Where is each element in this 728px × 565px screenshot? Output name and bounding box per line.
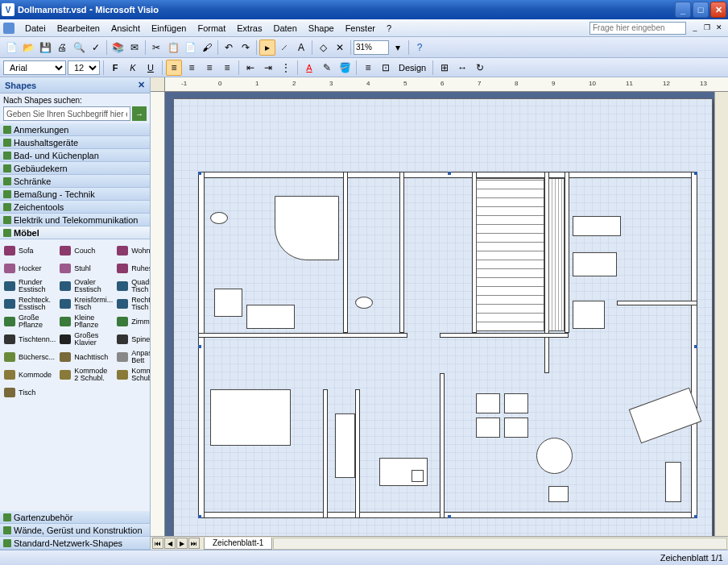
shapes-button[interactable]: ◇ <box>315 39 331 56</box>
round-table[interactable] <box>536 438 573 474</box>
copy-button[interactable]: 📋 <box>165 39 181 56</box>
shape-item[interactable]: Runder Esstisch <box>2 278 56 294</box>
stencil-zeichentools[interactable]: Zeichentools <box>0 201 150 214</box>
vertical-ruler[interactable] <box>151 92 165 536</box>
stencil-moebel[interactable]: Möbel <box>0 226 150 239</box>
fill-color-button[interactable]: 🪣 <box>337 60 353 76</box>
menu-shape[interactable]: Shape <box>303 22 340 35</box>
align-left-button[interactable]: ≡ <box>166 60 182 76</box>
zoom-input[interactable] <box>354 40 389 55</box>
font-name-select[interactable]: Arial <box>3 60 66 75</box>
format-painter-button[interactable]: 🖌 <box>199 39 215 56</box>
selection-handle[interactable] <box>448 515 451 518</box>
align-center-button[interactable]: ≡ <box>184 60 200 76</box>
selection-handle[interactable] <box>448 172 451 175</box>
wall-interior[interactable] <box>355 389 360 518</box>
zoom-dropdown[interactable]: ▾ <box>390 39 406 56</box>
chair[interactable] <box>504 393 528 413</box>
doc-minimize[interactable]: _ <box>689 23 701 33</box>
undo-button[interactable]: ↶ <box>221 39 237 56</box>
wall-interior[interactable] <box>343 172 348 333</box>
menu-extras[interactable]: Extras <box>231 22 267 35</box>
print-button[interactable]: 🖨 <box>54 39 70 56</box>
menu-logo[interactable] <box>3 23 14 34</box>
tv[interactable] <box>548 486 569 502</box>
wall-interior[interactable] <box>440 373 445 518</box>
indent-increase-button[interactable]: ⇥ <box>260 60 276 76</box>
underline-button[interactable]: U <box>143 60 159 76</box>
selection-handle[interactable] <box>198 345 201 348</box>
shape-item[interactable]: Büchersc... <box>2 349 56 365</box>
redo-button[interactable]: ↷ <box>238 39 254 56</box>
shape-item[interactable]: Wohnzimm... <box>114 243 150 259</box>
stencil-netzwerk[interactable]: Standard-Netzwerk-Shapes <box>0 537 150 550</box>
menu-daten[interactable]: Daten <box>267 22 302 35</box>
shape-item[interactable]: Zimmerpfl... <box>114 314 150 330</box>
help-question-input[interactable] <box>589 22 686 35</box>
shape-item[interactable]: Rechteck. Esstisch <box>2 296 56 312</box>
stencil-waende[interactable]: Wände, Gerüst und Konstruktion <box>0 524 150 537</box>
selection-handle[interactable] <box>198 172 201 175</box>
shape-item[interactable]: Tisch <box>2 384 56 401</box>
close-button[interactable]: ✕ <box>710 2 726 18</box>
line-color-button[interactable]: ✎ <box>319 60 335 76</box>
line-pattern-button[interactable]: ⊡ <box>378 60 394 76</box>
connection-point-button[interactable]: ✕ <box>332 39 348 56</box>
shape-item[interactable]: Stuhl <box>57 260 114 276</box>
menu-fenster[interactable]: Fenster <box>340 22 381 35</box>
wall-interior[interactable] <box>399 172 404 333</box>
doc-close[interactable]: ✕ <box>714 23 725 33</box>
indent-decrease-button[interactable]: ⇤ <box>242 60 259 76</box>
menu-einfuegen[interactable]: Einfügen <box>146 22 192 35</box>
shape-item[interactable]: Rechteck. Tisch <box>114 296 150 312</box>
shape-item[interactable]: Kreisförmi... Tisch <box>57 296 114 312</box>
shape-item[interactable]: Hocker <box>2 260 56 276</box>
selection-handle[interactable] <box>694 172 697 175</box>
stencil-elektrik[interactable]: Elektrik und Telekommunikation <box>0 214 150 226</box>
tab-next-button[interactable]: ▶ <box>176 538 188 549</box>
tab-last-button[interactable]: ⏭ <box>188 538 200 549</box>
sink-double[interactable] <box>246 305 295 329</box>
mail-button[interactable]: ✉ <box>126 39 143 56</box>
chair[interactable] <box>504 418 528 438</box>
shapes-search-go[interactable]: → <box>132 106 147 121</box>
pointer-tool-button[interactable]: ▸ <box>259 39 275 56</box>
stencil-bad-kueche[interactable]: Bad- und Küchenplan <box>0 149 150 162</box>
text-tool-button[interactable]: A <box>293 39 309 56</box>
horizontal-scrollbar[interactable] <box>273 538 727 550</box>
save-button[interactable]: 💾 <box>37 39 53 56</box>
stencil-schraenke[interactable]: Schränke <box>0 175 150 188</box>
open-button[interactable]: 📂 <box>20 39 36 56</box>
shape-item[interactable]: Sofa <box>2 243 56 259</box>
stencil-gebaeudekern[interactable]: Gebäudekern <box>0 162 150 175</box>
selection-handle[interactable] <box>694 515 697 518</box>
distribute-button[interactable]: ↔ <box>454 60 470 76</box>
tab-first-button[interactable]: ⏮ <box>152 538 163 549</box>
bold-button[interactable]: F <box>107 60 123 76</box>
bed[interactable] <box>210 389 291 446</box>
italic-button[interactable]: K <box>125 60 141 76</box>
tab-prev-button[interactable]: ◀ <box>164 538 176 549</box>
shape-item[interactable]: Ovaler Esstisch <box>57 278 114 294</box>
shape-item[interactable]: Kleine Pflanze <box>57 314 114 330</box>
shape-item[interactable]: Anpassb... Bett <box>114 349 150 365</box>
stairs[interactable] <box>476 178 544 331</box>
stairs-rail[interactable] <box>548 178 565 331</box>
bookshelf[interactable] <box>665 462 681 502</box>
shapes-panel-close[interactable]: ✕ <box>138 80 145 90</box>
line-weight-button[interactable]: ≡ <box>360 60 376 76</box>
stencil-haushaltsgeraete[interactable]: Haushaltsgeräte <box>0 136 150 149</box>
font-size-select[interactable]: 12pt <box>68 60 100 75</box>
stove[interactable] <box>573 301 605 329</box>
rotate-button[interactable]: ↻ <box>472 60 488 76</box>
shape-item[interactable]: Kommode 3 Schubl. <box>114 367 150 383</box>
toilet[interactable] <box>210 212 228 224</box>
align-right-button[interactable]: ≡ <box>201 60 217 76</box>
shape-item[interactable]: Ruhesessel <box>114 260 150 276</box>
connector-tool-button[interactable]: ⟋ <box>276 39 292 56</box>
stencil-anmerkungen[interactable]: Anmerkungen <box>0 123 150 136</box>
cut-button[interactable]: ✂ <box>148 39 164 56</box>
menu-ansicht[interactable]: Ansicht <box>105 22 146 35</box>
menu-bearbeiten[interactable]: Bearbeiten <box>52 22 105 35</box>
shape-item[interactable]: Spinettkl... <box>114 331 150 347</box>
